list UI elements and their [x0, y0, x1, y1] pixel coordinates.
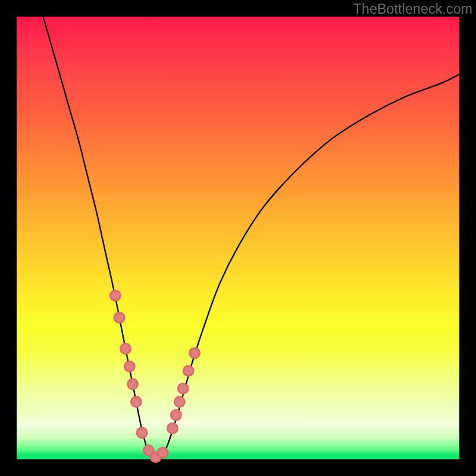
curve-marker [137, 428, 147, 438]
watermark-text: TheBottleneck.com [353, 1, 472, 17]
curve-marker [171, 410, 181, 420]
bottleneck-plot [17, 17, 459, 459]
curve-marker [158, 447, 168, 458]
curve-marker [178, 383, 188, 393]
curve-marker [127, 379, 137, 389]
marker-group [110, 290, 199, 462]
curve-marker [110, 290, 120, 300]
curve-marker [124, 361, 134, 371]
curve-marker [190, 348, 200, 358]
curve-marker [167, 423, 177, 433]
curve-marker [183, 366, 193, 376]
curve-marker [174, 397, 184, 407]
curve-marker [121, 344, 131, 354]
bottleneck-curve [43, 17, 459, 460]
curve-marker [114, 312, 124, 322]
curve-marker [131, 397, 141, 407]
chart-frame [17, 17, 459, 459]
